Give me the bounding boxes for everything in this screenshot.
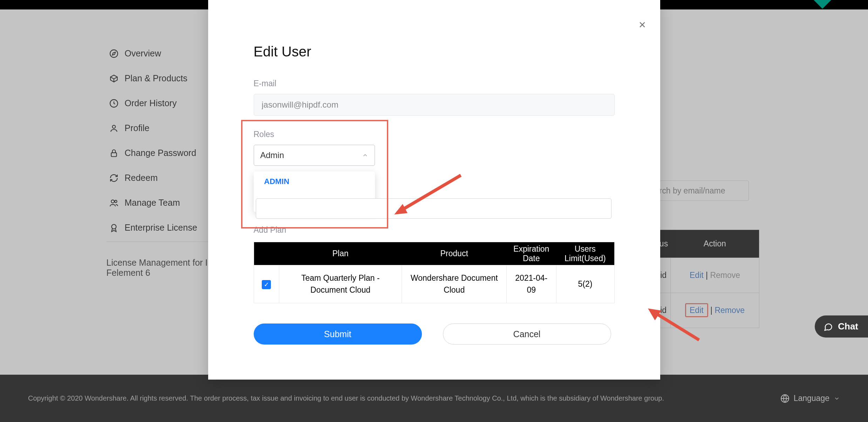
cancel-button[interactable]: Cancel [443,324,611,345]
chat-icon [823,322,833,332]
plan-table: Plan Product Expiration Date Users Limit… [254,242,615,303]
footer-dim [0,375,868,422]
email-label: E-mail [254,79,615,88]
close-icon[interactable]: ✕ [638,20,646,29]
plan-row: ✓ Team Quarterly Plan - Document Cloud W… [254,265,614,303]
chat-label: Chat [838,321,858,332]
modal-title: Edit User [254,44,615,60]
chat-widget[interactable]: Chat [815,315,868,338]
plan-users-limit: 5(2) [556,265,614,303]
decor-shape [812,0,833,9]
chevron-up-icon [362,152,368,158]
email-field[interactable] [254,94,615,116]
col-expiration: Expiration Date [506,242,556,265]
add-plan-label: Add Plan [254,225,615,235]
plan-checkbox[interactable]: ✓ [262,280,271,289]
edit-user-modal: ✕ Edit User E-mail Roles Admin ADMIN USE… [208,0,660,380]
roles-select[interactable]: Admin [254,145,375,166]
plan-name: Team Quarterly Plan - Document Cloud [279,265,402,303]
name-input-partial[interactable] [256,198,611,219]
col-users-limit: Users Limit(Used) [556,242,614,265]
plan-expiration: 2021-04-09 [506,265,556,303]
roles-value: Admin [260,150,284,160]
submit-button[interactable]: Submit [254,324,422,345]
roles-option-admin[interactable]: ADMIN [254,171,375,192]
col-plan: Plan [279,242,402,265]
col-product: Product [402,242,506,265]
plan-product: Wondershare Document Cloud [402,265,506,303]
roles-label: Roles [254,130,615,139]
